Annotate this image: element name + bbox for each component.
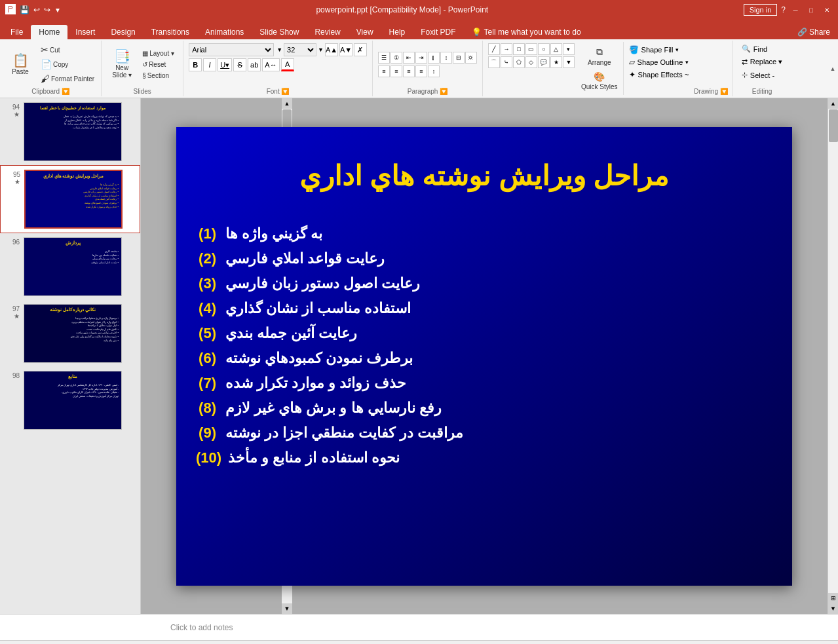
slide-thumb-94[interactable]: 94 ★ موارد استفاده از خطبيچان با خطر اهن… [0, 98, 140, 165]
underline-button[interactable]: U▾ [218, 58, 232, 71]
quick-access-more[interactable]: ▼ [54, 7, 61, 14]
increase-font-button[interactable]: A▲ [325, 43, 338, 56]
font-size-select[interactable]: 32 [284, 43, 316, 56]
slide-item-8: رفع نارسايي ها و برش هاي غير لازم (8) [196, 400, 772, 417]
shape-oval[interactable]: ○ [538, 43, 550, 55]
shape-rounded-rect[interactable]: ▭ [525, 43, 537, 55]
tab-foxit[interactable]: Foxit PDF [413, 25, 463, 39]
shape-connector[interactable]: ⤷ [501, 56, 512, 68]
slide-94-body: • به هيچي كه نوشته بيروانه عارض تجربيان … [27, 115, 119, 129]
select-button[interactable]: ⊹ Select - [738, 69, 786, 81]
ribbon-collapse-button[interactable]: ▲ [828, 64, 838, 74]
clear-format-button[interactable]: ✗ [354, 43, 367, 56]
numbering-button[interactable]: ① [390, 52, 402, 64]
section-button[interactable]: § Section [140, 71, 179, 81]
slide-item-10: نحوه استفاده از منابع و مأخذ (10) [196, 449, 772, 466]
font-color-button[interactable]: A [281, 58, 294, 71]
quick-access-undo[interactable]: ↩ [33, 5, 40, 14]
align-text-button[interactable]: ⊟ [453, 52, 465, 64]
shape-rect[interactable]: □ [513, 43, 525, 55]
shadow-button[interactable]: ab [248, 58, 261, 71]
decrease-indent-button[interactable]: ⇤ [403, 52, 415, 64]
justify-button[interactable]: ≡ [415, 66, 427, 77]
arrange-button[interactable]: ⧉ Arrange [584, 45, 614, 67]
shape-arrow[interactable]: → [501, 43, 512, 55]
scroll-zoom-fit[interactable]: ⊞ [828, 593, 839, 603]
tab-review[interactable]: Review [307, 25, 348, 39]
quick-access-save[interactable]: 💾 [20, 5, 29, 14]
italic-button[interactable]: I [203, 58, 216, 71]
tab-insert[interactable]: Insert [67, 25, 103, 39]
shape-effects-option[interactable]: ✦ Shape Effects ~ [626, 69, 692, 80]
tab-help[interactable]: Help [381, 25, 413, 39]
shape-triangle[interactable]: △ [550, 43, 562, 55]
replace-button[interactable]: ⇄ Replace ▾ [738, 56, 786, 67]
slide-item-5: رعايت آئين جمله بندي (5) [196, 325, 772, 342]
quick-styles-button[interactable]: 🎨 Quick Styles [579, 70, 620, 92]
tab-home[interactable]: Home [31, 25, 67, 39]
slide-thumb-96[interactable]: 96 پردازش • جامعه كاري • فعاليت فاصله بي… [0, 233, 140, 300]
slide-item-num-8: (8) [196, 400, 219, 417]
slide-num-94: 94 [7, 102, 20, 111]
cut-button[interactable]: ✂ Cut [38, 43, 97, 56]
sign-in-button[interactable]: Sign in [744, 4, 778, 16]
new-slide-button[interactable]: 📑 NewSlide ▾ [105, 48, 138, 80]
align-left-button[interactable]: ≡ [378, 66, 390, 77]
slide-thumb-97[interactable]: 97 ★ نكاتي درباره كامل نوشته • پرسوناژ و… [0, 300, 140, 367]
slide-item-text-8: رفع نارسايي ها و برش هاي غير لازم [225, 400, 442, 417]
font-name-select[interactable]: Arial [189, 43, 274, 56]
shape-curve[interactable]: ⌒ [488, 56, 500, 68]
tab-design[interactable]: Design [103, 25, 143, 39]
right-scrollbar[interactable]: ▲ ⊞ ▼ [828, 98, 838, 614]
shape-callout[interactable]: 💬 [538, 56, 550, 68]
align-right-button[interactable]: ≡ [403, 66, 415, 77]
columns-button[interactable]: ⫿ [428, 52, 440, 64]
bold-button[interactable]: B [189, 58, 202, 71]
tab-transitions[interactable]: Transitions [143, 25, 197, 39]
scroll-up-btn[interactable]: ▲ [282, 98, 292, 109]
paste-button[interactable]: 📋 Paste [4, 52, 37, 77]
slide-thumb-95[interactable]: 95 ★ مراحل ويرايش نوشته هاي اداري • به گ… [0, 165, 140, 233]
decrease-font-button[interactable]: A▼ [339, 43, 352, 56]
shape-outline-option[interactable]: ▱ Shape Outline ▾ [626, 57, 692, 67]
shape-pentagon[interactable]: ⬠ [513, 56, 525, 68]
tell-me-input[interactable]: 💡 Tell me what you want to do [464, 25, 589, 39]
scroll-down-btn[interactable]: ▼ [282, 603, 292, 614]
right-scroll-up[interactable]: ▲ [828, 98, 839, 109]
restore-button[interactable]: □ [805, 4, 817, 16]
right-scroll-down[interactable]: ▼ [828, 603, 839, 614]
layout-button[interactable]: ▦ Layout ▾ [140, 48, 179, 58]
format-painter-button[interactable]: 🖌 Format Painter [38, 72, 97, 85]
strikethrough-button[interactable]: S [233, 58, 246, 71]
shape-diamond[interactable]: ◇ [525, 56, 537, 68]
quick-access-redo[interactable]: ↪ [44, 5, 50, 14]
text-direction-button[interactable]: ↕ [440, 52, 452, 64]
close-button[interactable]: ✕ [821, 4, 833, 16]
slide-canvas[interactable]: مراحل ويرايش نوشته هاي اداري به گزيني وا… [176, 127, 792, 586]
shape-fill-option[interactable]: 🪣 Shape Fill ▾ [626, 45, 692, 55]
tab-slideshow[interactable]: Slide Show [252, 25, 307, 39]
smartart-button[interactable]: ⛭ [465, 52, 477, 64]
copy-button[interactable]: 📄 Copy [38, 58, 97, 71]
char-spacing-button[interactable]: A↔ [262, 58, 279, 71]
slide-thumb-98[interactable]: 98 منابع - اميني كاملي، ۱۳۹۰، اداره كل ك… [0, 367, 140, 434]
shape-line[interactable]: ╱ [488, 43, 500, 55]
shape-more[interactable]: ▾ [563, 43, 575, 55]
tab-file[interactable]: File [3, 25, 31, 39]
minimize-button[interactable]: ─ [790, 4, 801, 16]
find-button[interactable]: 🔍 Find [738, 43, 786, 54]
notes-area[interactable]: Click to add notes [0, 614, 838, 640]
editing-label: Editing [752, 86, 772, 95]
share-button[interactable]: 🔗 Share [790, 25, 838, 39]
bullets-button[interactable]: ☰ [378, 52, 390, 64]
tab-animations[interactable]: Animations [197, 25, 252, 39]
line-spacing-button[interactable]: ↕ [428, 66, 440, 77]
reset-button[interactable]: ↺ Reset [140, 60, 179, 69]
right-scroll-thumb [829, 109, 838, 142]
shape-star[interactable]: ★ [550, 56, 562, 68]
increase-indent-button[interactable]: ⇥ [415, 52, 427, 64]
align-center-button[interactable]: ≡ [390, 66, 402, 77]
tab-view[interactable]: View [349, 25, 381, 39]
help-icon[interactable]: ? [781, 5, 786, 14]
shapes-expand[interactable]: ▼ [563, 56, 575, 68]
